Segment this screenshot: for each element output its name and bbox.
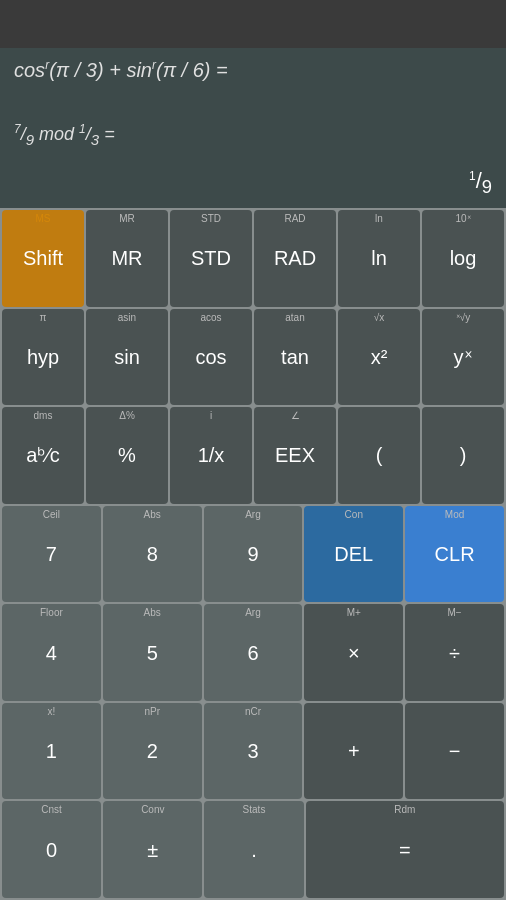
button-top-label-2-0: dms	[2, 410, 84, 421]
button-top-label-3-3: Con	[304, 509, 403, 520]
display-expression2: 7/9 mod 1/3 =	[14, 122, 492, 148]
button---2-5[interactable]: )	[422, 407, 504, 504]
button-main-label-1-4: x²	[371, 347, 388, 367]
button-row-6: Cnst0Conv±Stats.Rdm=	[2, 801, 504, 898]
button-main-label-0-5: log	[450, 248, 477, 268]
button-main-label-4-0: 4	[46, 643, 57, 663]
button---5-4[interactable]: −	[405, 703, 504, 800]
button-eex-2-3[interactable]: ∠EEX	[254, 407, 336, 504]
button-main-label-6-1: ±	[147, 840, 158, 860]
button-9-3-2[interactable]: Arg9	[204, 506, 303, 603]
button---2-4[interactable]: (	[338, 407, 420, 504]
button-main-label-1-1: sin	[114, 347, 140, 367]
button---6-2[interactable]: Stats.	[204, 801, 303, 898]
button-row-4: Floor4Abs5Arg6M+×M−÷	[2, 604, 504, 701]
button-clr-3-4[interactable]: ModCLR	[405, 506, 504, 603]
button-main-label-5-1: 2	[147, 741, 158, 761]
button-top-label-0-5: 10ˣ	[422, 213, 504, 224]
button-top-label-2-1: Δ%	[86, 410, 168, 421]
button-main-label-1-3: tan	[281, 347, 309, 367]
button-main-label-4-2: 6	[247, 643, 258, 663]
button-top-label-4-0: Floor	[2, 607, 101, 618]
button-main-label-6-3: =	[399, 840, 411, 860]
button-main-label-2-5: )	[460, 445, 467, 465]
button-row-5: x!1nPr2nCr3+−	[2, 703, 504, 800]
button-top-label-2-2: i	[170, 410, 252, 421]
button-cos-1-2[interactable]: acoscos	[170, 309, 252, 406]
button-0-6-0[interactable]: Cnst0	[2, 801, 101, 898]
button-rad-0-3[interactable]: RADRAD	[254, 210, 336, 307]
button-main-label-1-0: hyp	[27, 347, 59, 367]
button-7-3-0[interactable]: Ceil7	[2, 506, 101, 603]
button-top-label-0-1: MR	[86, 213, 168, 224]
button---6-3[interactable]: Rdm=	[306, 801, 504, 898]
button-top-label-1-2: acos	[170, 312, 252, 323]
button-main-label-0-1: MR	[111, 248, 142, 268]
button-main-label-1-5: yˣ	[454, 347, 473, 367]
button-6-4-2[interactable]: Arg6	[204, 604, 303, 701]
button-4-4-0[interactable]: Floor4	[2, 604, 101, 701]
button-top-label-0-3: RAD	[254, 213, 336, 224]
button-top-label-6-3: Rdm	[306, 804, 504, 815]
button-main-label-6-2: .	[251, 840, 257, 860]
button---6-1[interactable]: Conv±	[103, 801, 202, 898]
button-y--1-5[interactable]: ˣ√yyˣ	[422, 309, 504, 406]
button-mr-0-1[interactable]: MRMR	[86, 210, 168, 307]
button-std-0-2[interactable]: STDSTD	[170, 210, 252, 307]
button---4-4[interactable]: M−÷	[405, 604, 504, 701]
button-row-0: MSShiftMRMRSTDSTDRADRADlnln10ˣlog	[2, 210, 504, 307]
button-top-label-4-2: Arg	[204, 607, 303, 618]
button-main-label-0-4: ln	[371, 248, 387, 268]
button-main-label-0-3: RAD	[274, 248, 316, 268]
button-x--1-4[interactable]: √xx²	[338, 309, 420, 406]
button-main-label-5-3: +	[348, 741, 360, 761]
button-top-label-0-4: ln	[338, 213, 420, 224]
button-main-label-0-0: Shift	[23, 248, 63, 268]
button-main-label-3-0: 7	[46, 544, 57, 564]
button---2-1[interactable]: Δ%%	[86, 407, 168, 504]
button-top-label-5-0: x!	[2, 706, 101, 717]
button-top-label-2-3: ∠	[254, 410, 336, 421]
button-top-label-3-0: Ceil	[2, 509, 101, 520]
button-top-label-4-3: M+	[304, 607, 403, 618]
button-main-label-3-2: 9	[247, 544, 258, 564]
button---5-3[interactable]: +	[304, 703, 403, 800]
button-3-5-2[interactable]: nCr3	[204, 703, 303, 800]
button-1-5-0[interactable]: x!1	[2, 703, 101, 800]
button-main-label-4-1: 5	[147, 643, 158, 663]
button-row-2: dmsaᵇ∕cΔ%%i1/x∠EEX()	[2, 407, 504, 504]
calculator-body: MSShiftMRMRSTDSTDRADRADlnln10ˣlogπhypasi…	[0, 208, 506, 900]
button-main-label-1-2: cos	[195, 347, 226, 367]
button-main-label-3-4: CLR	[435, 544, 475, 564]
button-main-label-4-4: ÷	[449, 643, 460, 663]
button-8-3-1[interactable]: Abs8	[103, 506, 202, 603]
button-tan-1-3[interactable]: atantan	[254, 309, 336, 406]
button-log-0-5[interactable]: 10ˣlog	[422, 210, 504, 307]
button-main-label-2-4: (	[376, 445, 383, 465]
button-main-label-3-1: 8	[147, 544, 158, 564]
button-2-5-1[interactable]: nPr2	[103, 703, 202, 800]
button-top-label-5-2: nCr	[204, 706, 303, 717]
button-5-4-1[interactable]: Abs5	[103, 604, 202, 701]
button-top-label-1-4: √x	[338, 312, 420, 323]
button-top-label-1-5: ˣ√y	[422, 312, 504, 323]
button-ln-0-4[interactable]: lnln	[338, 210, 420, 307]
button-top-label-6-0: Cnst	[2, 804, 101, 815]
button-top-label-1-0: π	[2, 312, 84, 323]
button---4-3[interactable]: M+×	[304, 604, 403, 701]
button-top-label-4-1: Abs	[103, 607, 202, 618]
button-sin-1-1[interactable]: asinsin	[86, 309, 168, 406]
button-top-label-3-2: Arg	[204, 509, 303, 520]
button-top-label-1-3: atan	[254, 312, 336, 323]
button-del-3-3[interactable]: ConDEL	[304, 506, 403, 603]
button-top-label-0-0: MS	[2, 213, 84, 224]
button-1-x-2-2[interactable]: i1/x	[170, 407, 252, 504]
button-a--c-2-0[interactable]: dmsaᵇ∕c	[2, 407, 84, 504]
display-area: cosr(π / 3) + sinr(π / 6) = 7/9 mod 1/3 …	[0, 48, 506, 208]
button-main-label-2-3: EEX	[275, 445, 315, 465]
button-main-label-4-3: ×	[348, 643, 360, 663]
button-hyp-1-0[interactable]: πhyp	[2, 309, 84, 406]
button-shift-0-0[interactable]: MSShift	[2, 210, 84, 307]
button-top-label-0-2: STD	[170, 213, 252, 224]
button-row-3: Ceil7Abs8Arg9ConDELModCLR	[2, 506, 504, 603]
